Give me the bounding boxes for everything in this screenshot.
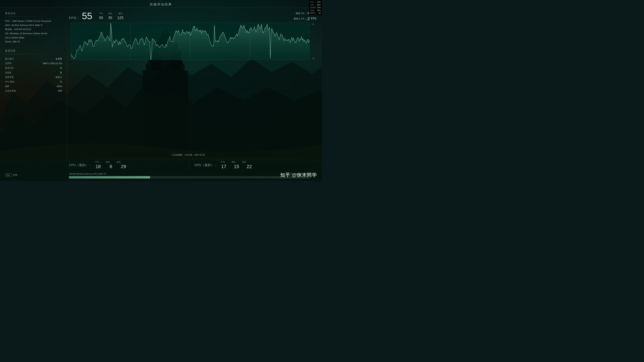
main-content: CPU 29% GPU 98% VRAM 13% RAM 35% FPS 58 … — [0, 0, 322, 181]
game-settings-title: 游戏设置 — [5, 49, 62, 52]
render-info: 已渲染帧数：4638 帧，耗时 85 秒。 — [69, 154, 310, 156]
cpu-ms-headers: 平均 最低 最高 — [95, 161, 126, 164]
hud-overlay: CPU 29% GPU 98% VRAM 13% RAM 35% FPS 58 — [309, 0, 322, 15]
fps-max-header: 最高 — [117, 12, 124, 15]
gpu-max-header: 最高 — [242, 161, 246, 164]
settings-row: 窗口模式全屏幕 — [5, 56, 62, 61]
gpu-max-value: 22 — [246, 164, 252, 169]
cpu-ms-values: 18 8 29 — [95, 164, 126, 169]
gpu-ms-stats: 平均 最低 最高 17 15 22 — [221, 161, 252, 169]
h-divider — [69, 159, 310, 159]
cpu-min-header: 最低 — [106, 161, 110, 164]
top-bar: 性能评估结果 — [0, 0, 322, 8]
system-info-os: OS: Windows 10 Business Edition 64-bit (… — [5, 32, 62, 40]
settings-key: 自适应质量 — [5, 88, 16, 93]
system-info-title: 系统信息 — [5, 12, 62, 15]
hud-cpu-value: 29% — [317, 1, 321, 4]
left-panel: 系统信息 CPU：AMD Ryzen 5 5600 6-Core Process… — [0, 8, 67, 181]
fps-chart-title: FPS — [306, 19, 310, 21]
chart-wrapper: FPS 125 35 — [69, 23, 310, 152]
cpu-avg-value: 18 — [95, 164, 101, 169]
settings-row: 自适应质量关闭 — [5, 88, 62, 93]
fps-avg-display: 55 — [99, 16, 103, 20]
hud-vram-value: 13% — [317, 6, 321, 9]
settings-val: 100% — [56, 84, 62, 88]
fps-min-col: 最低 35 — [108, 12, 112, 20]
cpu-min-value: 8 — [108, 164, 114, 169]
settings-key: 分辨率 — [5, 61, 12, 66]
gpu-avg-value: 17 — [221, 164, 227, 169]
fps-label: FPS： — [69, 16, 80, 20]
settings-val: 自定义 — [56, 75, 62, 79]
gpu-ms-group: GPU（毫秒）： 平均 最低 最高 17 15 22 — [194, 161, 310, 169]
fps-p01-line: 最低 0.1%： 37 FPS — [294, 16, 316, 21]
system-info-driver: Driver: 560.70 — [5, 40, 62, 44]
fps-chart-y-min: 35 — [312, 57, 314, 60]
cpu-max-value: 29 — [120, 164, 126, 169]
hud-ram-value: 35% — [317, 9, 321, 12]
cpu-max-header: 最高 — [116, 161, 120, 164]
settings-key: 画面质量 — [5, 75, 14, 79]
fps-chart-container: 125 35 — [70, 23, 310, 60]
settings-row: 反锯齿高 — [5, 70, 62, 75]
fps-min-header: 最低 — [108, 12, 112, 15]
close-label: 关闭 — [13, 174, 18, 177]
hud-gpu-value: 98% — [317, 4, 321, 6]
gpu-min-header: 最低 — [232, 161, 236, 164]
hud-gpu-label: GPU — [310, 4, 314, 6]
settings-key: 垂直同步 — [5, 66, 14, 70]
page-title: 性能评估结果 — [150, 2, 172, 6]
game-settings-section: 游戏设置 窗口模式全屏幕分辨率3840 x 2160 (x1.00)垂直同步关反… — [5, 49, 62, 93]
hud-ram-label: RAM — [310, 9, 314, 12]
ms-stats-row: CPU（毫秒）： 平均 最低 最高 18 8 29 — [69, 161, 310, 170]
settings-key: FPS 限制 — [5, 80, 14, 84]
settings-row: 垂直同步关 — [5, 66, 62, 70]
settings-table: 窗口模式全屏幕分辨率3840 x 2160 (x1.00)垂直同步关反锯齿高画面… — [5, 56, 62, 93]
cpu-avg-header: 平均 — [95, 161, 99, 164]
hud-vram-label: VRAM — [310, 6, 316, 9]
gpu-min-value: 15 — [234, 164, 240, 169]
settings-val: 3840 x 2160 (x1.00) — [42, 61, 62, 66]
gpu-ms-values: 17 15 22 — [221, 164, 252, 169]
fps-avg-col: 平均 55 — [99, 12, 103, 20]
right-panel: FPS： 55 平均 55 最低 35 最高 125 — [67, 8, 322, 181]
watermark: 知乎 @休木同学 — [280, 172, 317, 178]
bottom-bar: Esc 关闭 知乎 @休木同学 — [5, 172, 317, 178]
settings-row: 分辨率3840 x 2160 (x1.00) — [5, 61, 62, 66]
system-info-gpu: GPU: NVIDIA GeForce RTX 4060 Ti — [5, 23, 62, 28]
settings-val: 全屏幕 — [56, 56, 62, 61]
fps-max-col: 最高 125 — [117, 12, 124, 20]
fps-min-value: 35 — [108, 16, 112, 20]
fps-chart-canvas — [71, 23, 310, 60]
gpu-ms-headers: 平均 最低 最高 — [221, 161, 252, 164]
gpu-ms-label: GPU（毫秒）： — [194, 163, 217, 167]
system-info-display: 显示器：LECOO N2721U — [5, 27, 62, 32]
game-settings-divider — [5, 54, 62, 54]
cpu-ms-stats: 平均 最低 最高 18 8 29 — [95, 161, 126, 169]
hud-fps-value: 58 — [319, 12, 321, 14]
fps-p01-label: 最低 0.1%： — [294, 17, 307, 20]
settings-row: 画面质量自定义 — [5, 75, 62, 79]
hud-fps-label: FPS — [310, 12, 314, 14]
settings-val: 关闭 — [58, 88, 62, 93]
settings-key: 反锯齿 — [5, 70, 12, 75]
settings-key: 视野 — [5, 84, 10, 88]
fps-chart-y-max: 125 — [312, 23, 314, 25]
hud-cpu-label: CPU — [310, 1, 314, 4]
fps-sub-stats: 平均 55 最低 35 最高 125 — [99, 12, 124, 20]
settings-val: 关 — [60, 80, 62, 84]
settings-row: 视野100% — [5, 84, 62, 88]
settings-key: 窗口模式 — [5, 56, 14, 61]
settings-val: 关 — [60, 66, 62, 70]
close-button[interactable]: Esc 关闭 — [5, 174, 18, 177]
esc-key: Esc — [5, 174, 12, 177]
gpu-avg-header: 平均 — [221, 161, 225, 164]
cpu-ms-label: CPU（毫秒）： — [69, 163, 92, 167]
settings-row: FPS 限制关 — [5, 80, 62, 84]
fps-p1-label: 最低 1%： — [296, 12, 307, 14]
fps-label-group: FPS： 55 — [69, 11, 92, 21]
system-info-divider — [5, 16, 62, 17]
fps-stats-row: FPS： 55 平均 55 最低 35 最高 125 — [67, 10, 318, 21]
settings-val: 高 — [60, 70, 62, 75]
cpu-ms-group: CPU（毫秒）： 平均 最低 最高 18 8 29 — [69, 161, 184, 169]
